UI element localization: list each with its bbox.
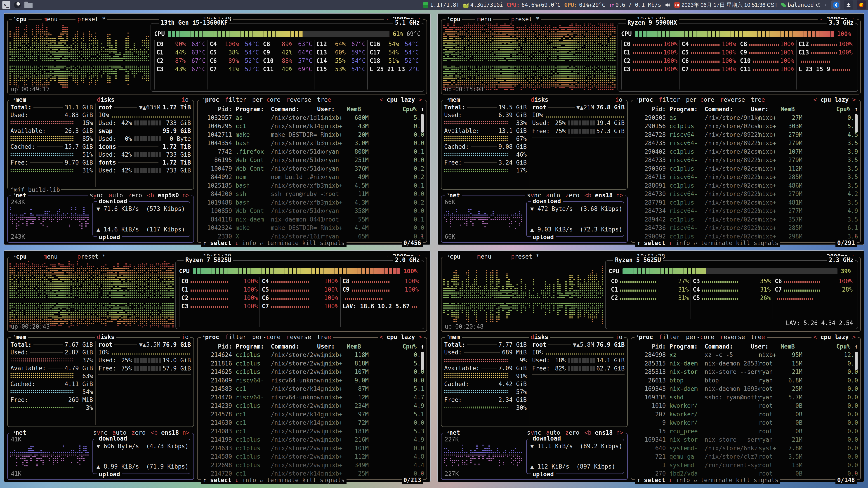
process-row[interactable]: 169343 nix-daem nix-daemon 169341 root 2…: [634, 385, 858, 393]
process-row[interactable]: 290156 cc1plus /nix/store/02cs0d7s nixb+…: [634, 122, 858, 131]
proc-tree-button[interactable]: tree: [317, 333, 331, 341]
scroll-down-icon[interactable]: ↓: [854, 468, 858, 476]
process-row[interactable]: 640 systemd- /nix/store/6nkzr60n syst+ 7…: [634, 444, 858, 453]
process-row[interactable]: 290369 cc1plus /nix/store/02cs0d7s nixb+…: [634, 164, 858, 173]
process-row[interactable]: 1046295 cc1 /nix/store/k14gjkxn nixb+ 43…: [201, 122, 424, 131]
process-row[interactable]: 284713 riscv64- /nix/store/89225k9x nixb…: [634, 173, 858, 182]
folder-icon[interactable]: [24, 3, 33, 8]
process-row[interactable]: 214580 cc1plus /nix/store/2vwipws2 nixb+…: [201, 453, 424, 461]
proc-percore-button[interactable]: per-core: [686, 333, 714, 341]
process-row[interactable]: 207 kworker/ root 0B 0.0: [634, 410, 858, 419]
disks-box-title[interactable]: disks: [529, 333, 550, 341]
cpu-box-title[interactable]: ¹cpu: [12, 16, 29, 23]
process-row[interactable]: 9 kworker/ root 0B 0.0: [634, 419, 858, 427]
preset-button[interactable]: preset *: [75, 253, 107, 261]
firefox-tray-icon[interactable]: [857, 0, 866, 9]
process-row[interactable]: 214578 cc1 /nix/store/k14gjkxn nixb+ 97M…: [201, 410, 424, 419]
process-row[interactable]: 214609 riscv64- riscv64-unknown-lin nixb…: [201, 376, 424, 385]
proc-column-headers[interactable]: Pid: Program: Command: User: MemB Cpu% ↑: [634, 342, 858, 351]
cpu-box-title[interactable]: ¹cpu: [445, 16, 462, 23]
process-row[interactable]: 1 systemd /run/current-system root 13M 0…: [634, 461, 858, 469]
process-row[interactable]: 285315 nix-daem nix-daemon 285313 root 1…: [634, 359, 858, 368]
process-row[interactable]: 214239 cc1plus /nix/store/2vwipws2 nixb+…: [201, 402, 424, 410]
process-row[interactable]: 15 rcu_pree root 0B 0.0: [634, 427, 858, 435]
proc-box-title[interactable]: ⁴proc: [203, 333, 219, 341]
proc-column-headers[interactable]: Pid: Program: Command: User: MemB Cpu% ↑: [201, 105, 424, 114]
disk-usage-indicator[interactable]: 1.1T/1.8T: [423, 2, 460, 8]
proc-scrollbar[interactable]: [421, 352, 424, 370]
cpu-box-title[interactable]: ¹cpu: [445, 253, 462, 261]
gpu-indicator[interactable]: GPU: 01%+29°C: [564, 2, 605, 8]
process-row[interactable]: 284735 riscv64- /nix/store/89225k9x nixb…: [634, 139, 858, 148]
process-row[interactable]: 270 jbd2/vda root 0B 0.0: [634, 469, 858, 477]
proc-percore-button[interactable]: per-core: [252, 96, 281, 103]
net-interface-selector[interactable]: <b ens18 n>: [584, 429, 623, 436]
process-row[interactable]: 100479 Web Cont /nix/store/51dxgra3 ryan…: [201, 164, 424, 173]
scroll-down-icon[interactable]: ↓: [420, 468, 424, 476]
proc-scrollbar[interactable]: [855, 352, 858, 370]
tray-expander-icon[interactable]: [825, 3, 828, 6]
process-row[interactable]: 290402 cc1plus /nix/store/02cs0d7s nixb+…: [634, 147, 858, 156]
proc-percore-button[interactable]: per-core: [686, 96, 714, 103]
proc-scrollbar[interactable]: [421, 114, 424, 132]
net-box-title[interactable]: ³net: [11, 191, 28, 199]
process-row[interactable]: 290092 cc1plus /nix/store/02cs0d7s nixb+…: [634, 232, 858, 239]
scroll-down-icon[interactable]: ↓: [854, 231, 858, 239]
process-row[interactable]: 100859 Web Cont /nix/store/51dxgra3 ryan…: [201, 207, 424, 215]
process-row[interactable]: 214625 cc1plus /nix/store/2vwipws2 nixb+…: [201, 368, 424, 376]
download-tray-icon[interactable]: [844, 0, 853, 9]
process-row[interactable]: 212698 cc1plus /nix/store/2vwipws2 nixb+…: [201, 461, 424, 469]
proc-filter-button[interactable]: filter: [225, 96, 246, 103]
process-row[interactable]: 284736 riscv64- /nix/store/89225k9x nixb…: [634, 224, 858, 232]
process-row[interactable]: 844118 nix-daem nix-daemon 844104 root 5…: [201, 215, 424, 224]
net-zero-button[interactable]: zero: [131, 429, 146, 436]
proc-filter-button[interactable]: filter: [659, 333, 680, 341]
process-row[interactable]: 7742 .firefox /nix/store/51dxgra3 ryan 8…: [201, 147, 424, 156]
proc-sort-selector[interactable]: < cpu lazy >: [811, 333, 858, 341]
cpu-indicator[interactable]: CPU: 64.6%+69.0°C: [506, 2, 561, 8]
net-interface-selector[interactable]: <b ens18 n>: [584, 191, 623, 199]
proc-reverse-button[interactable]: reverse: [286, 333, 311, 341]
process-row[interactable]: 284998 xz xz -c -5 nixb+ 95M 12.5: [634, 351, 858, 359]
process-row[interactable]: 287791 cc1plus /nix/store/02cs0d7s nixb+…: [634, 198, 858, 207]
process-row[interactable]: 1010 kworker/ root 0B 0.0: [634, 402, 858, 410]
process-row[interactable]: 169338 sshd sshd: ryan@notty ryan 5.7M 0…: [634, 393, 858, 402]
proc-scrollbar[interactable]: [855, 114, 858, 132]
proc-sort-selector[interactable]: < cpu lazy >: [378, 333, 424, 341]
proc-filter-button[interactable]: filter: [225, 333, 246, 341]
proc-column-headers[interactable]: Pid: Program: Command: User: MemB Cpu% ↑: [634, 105, 858, 114]
process-row[interactable]: 214470 riscv64- riscv64-unknown-lin nixb…: [201, 393, 424, 402]
process-row[interactable]: 86195 Web Cont /nix/store/51dxgra3 ryan …: [201, 156, 424, 164]
proc-box-title[interactable]: ⁴proc: [203, 96, 219, 103]
process-row[interactable]: 1019488 bash /nix/store/xfb3ykw9 nixb+ 4…: [201, 198, 424, 207]
mem-box-title[interactable]: ²mem: [445, 333, 462, 341]
process-row[interactable]: 284733 riscv64- /nix/store/89225k9x nixb…: [634, 156, 858, 164]
proc-sort-selector[interactable]: < cpu lazy >: [378, 96, 424, 103]
net-interface-selector[interactable]: <b enp5s0 n>: [147, 191, 190, 199]
process-row[interactable]: 214583 cc1 /nix/store/k14gjkxn nixb+ 87M…: [201, 385, 424, 393]
menu-button[interactable]: menu: [475, 16, 493, 23]
process-row[interactable]: 214633 cc1plus /nix/store/2vwipws2 nixb+…: [201, 444, 424, 453]
disks-box-title[interactable]: disks: [95, 96, 116, 103]
clock-indicator[interactable]: 2023年 06月 17日 星期六 10:51:36 CST: [674, 1, 778, 8]
io-mode-button[interactable]: io: [614, 96, 624, 103]
ram-usage-indicator[interactable]: 4.3Gi/31Gi: [463, 2, 503, 8]
process-row[interactable]: 1042711 make make DESTDIR= RPATH nixb+ 2…: [201, 130, 424, 139]
preset-button[interactable]: preset *: [75, 16, 107, 23]
net-box-title[interactable]: ³net: [445, 191, 462, 199]
terminal-icon[interactable]: >_: [2, 1, 10, 9]
proc-tree-button[interactable]: tree: [751, 96, 765, 103]
proc-tree-button[interactable]: tree: [751, 333, 765, 341]
net-zero-button[interactable]: zero: [565, 429, 580, 436]
process-row[interactable]: 721 qemu-ga /nix/store/clz7ryz5 root 3.5…: [634, 453, 858, 461]
proc-box-title[interactable]: ⁴proc: [636, 96, 653, 103]
process-row[interactable]: 26613 btop btop ryan 6.8M 0.0: [634, 376, 858, 385]
io-mode-button[interactable]: io: [180, 333, 190, 341]
process-row[interactable]: 214083 cc1 /nix/store/2vwipws2 nixb+ 181…: [201, 427, 424, 435]
menu-button[interactable]: menu: [41, 16, 59, 23]
proc-reverse-button[interactable]: reverse: [720, 333, 745, 341]
network-speed-indicator[interactable]: ↓↑ 0.6 / 0.1 Mb/s: [609, 2, 661, 8]
menu-button[interactable]: menu: [41, 253, 59, 261]
browser-icon[interactable]: [14, 2, 21, 8]
net-box-title[interactable]: ³net: [11, 429, 28, 436]
